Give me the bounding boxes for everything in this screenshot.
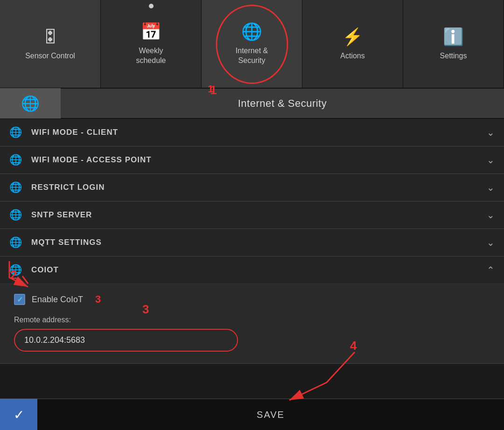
section-header: 🌐 Internet & Security — [0, 89, 504, 119]
page-wrapper: 🎛 Sensor Control 📅 Weeklyschedule 🌐 Inte… — [0, 0, 504, 430]
wifi-ap-icon: 🌐 — [9, 154, 22, 166]
coiot-icon: 🌐 — [9, 264, 22, 276]
step-3-label: 3 — [95, 293, 101, 305]
sntp-icon: 🌐 — [9, 209, 22, 221]
active-circle-highlight — [216, 5, 288, 84]
checkbox-checkmark: ✓ — [17, 295, 23, 304]
coiot-enable-row: ✓ Enable CoIoT 3 — [14, 293, 490, 305]
wifi-ap-label: WIFI MODE - ACCESS POINT — [31, 155, 487, 165]
restrict-login-icon: 🌐 — [9, 181, 22, 194]
accordion-item-coiot: 🌐 COIOT ⌃ ✓ Enable CoIoT 3 Remote addres… — [0, 257, 504, 364]
save-button[interactable]: SAVE — [37, 409, 504, 420]
remote-address-label: Remote address: — [14, 316, 490, 324]
sntp-chevron: ⌄ — [487, 209, 495, 221]
tab-actions-label: Actions — [340, 51, 364, 61]
coiot-content: ✓ Enable CoIoT 3 Remote address: — [0, 284, 504, 363]
tab-sensor-control-label: Sensor Control — [25, 51, 75, 61]
coiot-chevron: ⌃ — [487, 264, 495, 276]
accordion-header-wifi-client[interactable]: 🌐 WIFI MODE - CLIENT ⌄ — [0, 119, 504, 146]
restrict-login-chevron: ⌄ — [487, 182, 495, 193]
coiot-label: COIOT — [31, 265, 487, 275]
wifi-client-label: WIFI MODE - CLIENT — [31, 128, 487, 137]
tab-weekly-schedule-label: Weeklyschedule — [136, 46, 166, 66]
enable-coiot-checkbox[interactable]: ✓ — [14, 294, 25, 305]
accordion-item-restrict-login: 🌐 RESTRICT LOGIN ⌄ — [0, 174, 504, 201]
accordion-item-wifi-client: 🌐 WIFI MODE - CLIENT ⌄ — [0, 119, 504, 146]
accordion-header-sntp[interactable]: 🌐 SNTP SERVER ⌄ — [0, 201, 504, 229]
tab-sensor-control[interactable]: 🎛 Sensor Control — [0, 0, 101, 88]
tab-internet-security-label: Internet &Security — [236, 46, 268, 66]
accordion-item-sntp: 🌐 SNTP SERVER ⌄ — [0, 201, 504, 229]
wifi-client-chevron: ⌄ — [487, 127, 495, 138]
wifi-ap-chevron: ⌄ — [487, 154, 495, 166]
mqtt-label: MQTT SETTINGS — [31, 238, 487, 247]
accordion-container: 🌐 WIFI MODE - CLIENT ⌄ 🌐 WIFI MODE - ACC… — [0, 119, 504, 364]
accordion-header-coiot[interactable]: 🌐 COIOT ⌃ — [0, 257, 504, 284]
bottom-bar: ✓ SAVE — [0, 398, 504, 430]
actions-icon: ⚡ — [342, 27, 363, 47]
section-header-title: Internet & Security — [61, 97, 504, 110]
accordion-item-mqtt: 🌐 MQTT SETTINGS ⌄ — [0, 229, 504, 257]
tab-internet-security[interactable]: 🌐 Internet &Security — [202, 0, 302, 88]
wifi-client-icon: 🌐 — [9, 126, 22, 139]
restrict-login-label: RESTRICT LOGIN — [31, 183, 487, 192]
tab-weekly-schedule[interactable]: 📅 Weeklyschedule — [101, 0, 202, 88]
remote-address-input-wrapper — [14, 329, 238, 352]
accordion-header-restrict-login[interactable]: 🌐 RESTRICT LOGIN ⌄ — [0, 174, 504, 201]
top-nav: 🎛 Sensor Control 📅 Weeklyschedule 🌐 Inte… — [0, 0, 504, 89]
tab-settings[interactable]: ℹ️ Settings — [403, 0, 504, 88]
sntp-label: SNTP SERVER — [31, 210, 487, 220]
bottom-check-button[interactable]: ✓ — [0, 399, 37, 430]
remote-address-section: Remote address: — [14, 316, 490, 352]
bottom-checkmark-icon: ✓ — [14, 407, 24, 423]
tab-settings-label: Settings — [440, 51, 467, 61]
mqtt-chevron: ⌄ — [487, 237, 495, 248]
accordion-header-wifi-ap[interactable]: 🌐 WIFI MODE - ACCESS POINT ⌄ — [0, 146, 504, 173]
accordion-item-wifi-ap: 🌐 WIFI MODE - ACCESS POINT ⌄ — [0, 146, 504, 174]
step-1-label: 1 — [208, 83, 213, 95]
section-header-icon-box: 🌐 — [0, 88, 61, 118]
settings-icon: ℹ️ — [443, 27, 464, 47]
step-dot — [149, 4, 154, 8]
enable-coiot-label: Enable CoIoT — [32, 295, 83, 305]
sensor-control-icon: 🎛 — [42, 27, 59, 47]
mqtt-icon: 🌐 — [9, 236, 22, 249]
remote-address-input[interactable] — [15, 330, 237, 351]
section-globe-icon: 🌐 — [21, 95, 40, 112]
tab-actions[interactable]: ⚡ Actions — [302, 0, 403, 88]
accordion-header-mqtt[interactable]: 🌐 MQTT SETTINGS ⌄ — [0, 229, 504, 256]
internet-security-icon: 🌐 — [241, 22, 262, 42]
weekly-schedule-icon: 📅 — [140, 22, 161, 42]
